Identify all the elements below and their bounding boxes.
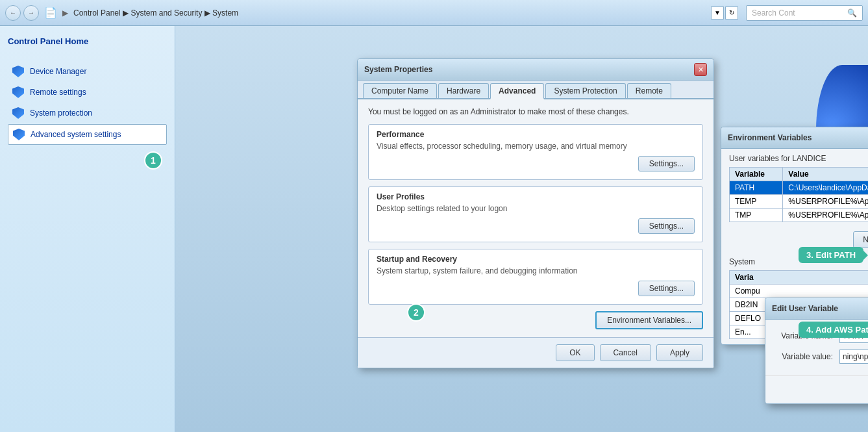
- sidebar-item-label: System protection: [30, 108, 92, 118]
- system-props-title: System Properties: [364, 65, 432, 74]
- edit-user-variable-dialog: Edit User Variable ✕ Variable name: Vari…: [765, 298, 868, 404]
- user-vars-title: User variables for LANDICE: [729, 154, 868, 163]
- left-panel: Control Panel Home Device Manager Remote…: [0, 26, 175, 432]
- performance-section: Performance Visual effects, processor sc…: [368, 124, 703, 180]
- user-profiles-desc: Desktop settings related to your logon: [377, 204, 695, 213]
- system-props-title-bar: System Properties ✕: [358, 59, 713, 81]
- tab-system-protection[interactable]: System Protection: [545, 83, 625, 98]
- sidebar-item-label: Remote settings: [30, 88, 86, 97]
- back-button[interactable]: ←: [5, 5, 21, 21]
- startup-recovery-label: Startup and Recovery: [377, 255, 695, 264]
- system-props-close-button[interactable]: ✕: [694, 63, 707, 76]
- value-prefix: ning\npm: [843, 352, 868, 361]
- performance-settings-button[interactable]: Settings...: [638, 156, 695, 172]
- shield-icon-3: [12, 107, 25, 120]
- performance-desc: Visual effects, processor scheduling, me…: [377, 142, 695, 151]
- breadcrumb-arrow-1: ▶: [62, 8, 68, 18]
- startup-recovery-section: Startup and Recovery System startup, sys…: [368, 249, 703, 305]
- tmp-value: %USERPROFILE%\AppData\Local\Temp: [783, 209, 868, 222]
- temp-var: TEMP: [730, 195, 783, 209]
- panel-title: Control Panel Home: [8, 36, 167, 51]
- user-profiles-section: User Profiles Desktop settings related t…: [368, 186, 703, 242]
- system-properties-dialog: System Properties ✕ Computer Name Hardwa…: [357, 58, 714, 368]
- top-bar: ← → 📄 ▶ Control Panel ▶ System and Secur…: [0, 0, 868, 26]
- nav-buttons: ← →: [5, 5, 39, 21]
- callout-4-label: 4. Add AWS Path: [799, 322, 868, 338]
- edit-var-buttons: OK Cancel: [765, 375, 868, 403]
- breadcrumb-text: Control Panel ▶ System and Security ▶ Sy…: [73, 8, 238, 18]
- temp-value: %USERPROFILE%\AppData\Local\Temp: [783, 195, 868, 209]
- startup-recovery-desc: System startup, system failure, and debu…: [377, 266, 695, 275]
- tmp-var: TMP: [730, 209, 783, 222]
- main-area: Control Panel Home Device Manager Remote…: [0, 26, 868, 432]
- path-value: C:\Users\landice\AppData\Roaming\np...: [783, 181, 868, 195]
- dialog-content: You must be logged on as an Administrato…: [358, 99, 713, 337]
- sidebar-item-label: Device Manager: [30, 67, 86, 76]
- ok-button[interactable]: OK: [556, 344, 594, 361]
- callout-3-label: 3. Edit PATH: [799, 247, 863, 263]
- edit-var-title: Edit User Variable: [772, 304, 838, 313]
- variable-value-row: Variable value: ning\npm C:\PROGRA~1\Ama…: [775, 349, 868, 364]
- startup-recovery-settings-button[interactable]: Settings...: [638, 281, 695, 296]
- sidebar-item-advanced-system-settings[interactable]: Advanced system settings: [8, 124, 167, 145]
- new-user-var-button[interactable]: New...: [853, 231, 868, 248]
- callout-2-bubble: 2: [407, 303, 425, 322]
- callout-1-bubble: 1: [144, 151, 162, 170]
- edit-var-title-bar: Edit User Variable ✕: [765, 298, 868, 320]
- col-variable: Variable: [730, 168, 783, 181]
- user-vars-section: User variables for LANDICE Variable Valu…: [721, 149, 868, 227]
- performance-label: Performance: [377, 130, 695, 139]
- search-placeholder: Search Cont: [752, 8, 795, 18]
- admin-notice: You must be logged on as an Administrato…: [368, 107, 703, 116]
- tab-bar: Computer Name Hardware Advanced System P…: [358, 81, 713, 99]
- table-row[interactable]: PATH C:\Users\landice\AppData\Roaming\np…: [730, 181, 869, 195]
- sidebar-item-label: Advanced system settings: [31, 130, 121, 139]
- cancel-button[interactable]: Cancel: [600, 344, 651, 361]
- col-value: Value: [783, 168, 868, 181]
- env-vars-title-bar: Environment Variables ✕: [721, 127, 868, 149]
- table-row[interactable]: Compu: [730, 285, 869, 298]
- apply-button[interactable]: Apply: [656, 344, 703, 361]
- search-box[interactable]: Search Cont 🔍: [746, 5, 863, 21]
- table-row[interactable]: TMP %USERPROFILE%\AppData\Local\Temp: [730, 209, 869, 222]
- sidebar-item-device-manager[interactable]: Device Manager: [8, 62, 167, 81]
- sys-col-variable: Varia: [730, 271, 869, 285]
- path-var: PATH: [730, 181, 783, 195]
- env-vars-title: Environment Variables: [728, 133, 812, 142]
- tab-computer-name[interactable]: Computer Name: [363, 83, 437, 98]
- tab-remote[interactable]: Remote: [627, 83, 671, 98]
- dialog-bottom: OK Cancel Apply: [358, 337, 713, 368]
- variable-value-label: Variable value:: [775, 352, 839, 361]
- sidebar-item-remote-settings[interactable]: Remote settings: [8, 83, 167, 102]
- shield-icon-1: [12, 65, 25, 78]
- user-profiles-settings-button[interactable]: Settings...: [638, 218, 695, 234]
- forward-button[interactable]: →: [23, 5, 39, 21]
- user-profiles-label: User Profiles: [377, 192, 695, 201]
- shield-icon-2: [12, 86, 25, 99]
- search-icon: 🔍: [847, 8, 857, 18]
- environment-variables-button[interactable]: Environment Variables...: [595, 311, 703, 329]
- sys-compu: Compu: [730, 285, 869, 298]
- user-vars-table: Variable Value PATH C:\Users\landice\App…: [729, 167, 868, 222]
- sidebar-item-system-protection[interactable]: System protection: [8, 103, 167, 123]
- tab-hardware[interactable]: Hardware: [438, 83, 489, 98]
- tab-advanced[interactable]: Advanced: [490, 83, 544, 99]
- table-row[interactable]: TEMP %USERPROFILE%\AppData\Local\Temp: [730, 195, 869, 209]
- shield-icon-4: [12, 128, 25, 141]
